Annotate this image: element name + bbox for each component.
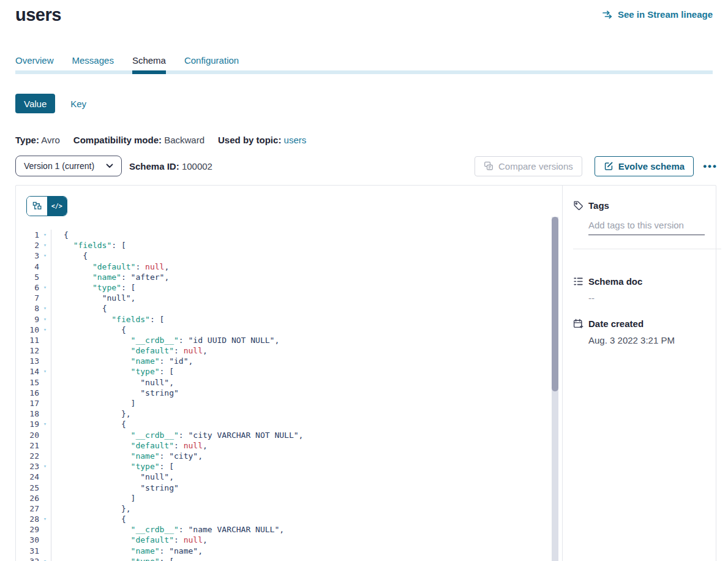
schema-type: Type: Avro [15,135,60,145]
line-number: 31 [16,546,39,556]
fold-toggle-icon[interactable]: ▾ [39,230,51,240]
code-line: 17 ] [16,398,562,409]
fold-toggle-icon[interactable]: ▾ [39,514,51,524]
add-tags-input[interactable] [588,219,705,235]
code-text: "__crdb__": "city VARCHAR NOT NULL", [51,430,303,440]
code-text: "default": null, [51,262,169,272]
chevron-down-icon [106,164,113,168]
version-dropdown[interactable]: Version 1 (current) [15,156,122,176]
code-line: 23▾ "type": [ [16,461,562,472]
code-text: "null", [51,377,174,388]
compare-versions-button[interactable]: Compare versions [475,156,582,176]
code-line: 30 "default": null, [16,535,562,545]
fold-toggle-icon[interactable]: ▾ [39,366,51,377]
fold-gutter [39,503,51,514]
schema-editor: </> 1▾{2▾ "fields": [3▾ {4 "default": nu… [16,186,562,561]
line-number: 22 [16,451,39,461]
line-number: 7 [16,293,39,303]
code-text: "name": "after", [51,272,169,282]
code-text: "null", [51,293,135,303]
code-line: 29 "__crdb__": "name VARCHAR NULL", [16,524,562,535]
fold-gutter [39,345,51,356]
topic-link[interactable]: users [284,135,307,145]
date-created-heading: Date created [573,318,721,329]
line-number: 27 [16,503,39,514]
tab-overview[interactable]: Overview [15,55,54,70]
code-line: 10▾ { [16,325,562,335]
code-line: 25 "string" [16,483,562,493]
fold-toggle-icon[interactable]: ▾ [39,282,51,293]
tag-icon [573,200,584,211]
version-toolbar: Version 1 (current) Schema ID: 100002 Co… [15,156,718,176]
line-number: 20 [16,430,39,440]
line-number: 11 [16,335,39,345]
code-text: "type": [ [51,282,135,293]
key-toggle-button[interactable]: Key [70,99,86,109]
tab-underline [15,70,713,74]
code-text: { [51,303,107,314]
editor-scrollbar-thumb[interactable] [552,217,558,391]
fold-toggle-icon[interactable]: ▾ [39,240,51,250]
code-text: "default": null, [51,440,208,451]
code-text: "null", [51,472,174,482]
line-number: 1 [16,230,39,240]
code-line: 16 "string" [16,388,562,398]
fold-toggle-icon[interactable]: ▾ [39,303,51,314]
fold-toggle-icon[interactable]: ▾ [39,461,51,472]
code-text: "type": [ [51,556,174,561]
fold-toggle-icon[interactable]: ▾ [39,314,51,325]
fold-toggle-icon[interactable]: ▾ [39,419,51,429]
code-line: 8▾ { [16,303,562,314]
code-text: "type": [ [51,461,174,472]
line-number: 25 [16,483,39,493]
tab-schema[interactable]: Schema [132,55,166,70]
fold-toggle-icon[interactable]: ▾ [39,556,51,561]
schema-meta-row: Type: Avro Compatibility mode: Backward … [15,135,306,145]
code-text: "string" [51,388,179,398]
line-number: 4 [16,262,39,272]
code-line: 9▾ "fields": [ [16,314,562,325]
line-number: 18 [16,409,39,419]
code-view-icon: </> [51,203,62,209]
code-text: "fields": [ [51,240,126,250]
code-text: "default": null, [51,535,208,545]
schema-id: Schema ID: 100002 [129,161,212,171]
tree-view-icon [32,201,42,211]
code-text: { [51,230,69,240]
compare-versions-icon [484,161,493,171]
see-in-stream-lineage-link[interactable]: See in Stream lineage [602,9,713,20]
tab-messages[interactable]: Messages [72,55,114,70]
fold-toggle-icon[interactable]: ▾ [39,250,51,261]
fold-gutter [39,440,51,451]
code-text: { [51,325,126,335]
editor-view-toggle: </> [26,196,67,216]
code-line: 15 "null", [16,377,562,388]
code-line: 2▾ "fields": [ [16,240,562,250]
fold-gutter [39,272,51,282]
code-line: 18 }, [16,409,562,419]
code-text: "default": null, [51,345,208,356]
code-line: 12 "default": null, [16,345,562,356]
evolve-schema-button[interactable]: Evolve schema [595,156,694,176]
value-toggle-button[interactable]: Value [15,94,55,113]
editor-scrollbar-track[interactable] [552,217,558,561]
schema-sidebar: Tags Schema doc -- [562,186,728,561]
schema-doc-section: Schema doc -- [573,276,721,303]
code-view-button[interactable]: </> [47,197,67,216]
fold-toggle-icon[interactable]: ▾ [39,325,51,335]
fold-gutter [39,398,51,409]
tab-configuration[interactable]: Configuration [184,55,239,70]
date-created-section: Date created Aug. 3 2022 3:21 PM [573,318,721,345]
fold-gutter [39,377,51,388]
more-actions-button[interactable]: ••• [703,161,718,171]
code-text: "__crdb__": "name VARCHAR NULL", [51,524,284,535]
schema-doc-heading: Schema doc [573,276,721,287]
line-number: 14 [16,366,39,377]
calendar-plus-icon [573,318,584,329]
line-number: 29 [16,524,39,535]
tree-view-button[interactable] [27,197,47,216]
code-line: 11 "__crdb__": "id UUID NOT NULL", [16,335,562,345]
line-number: 19 [16,419,39,429]
line-number: 26 [16,493,39,503]
code-text: "string" [51,483,179,493]
